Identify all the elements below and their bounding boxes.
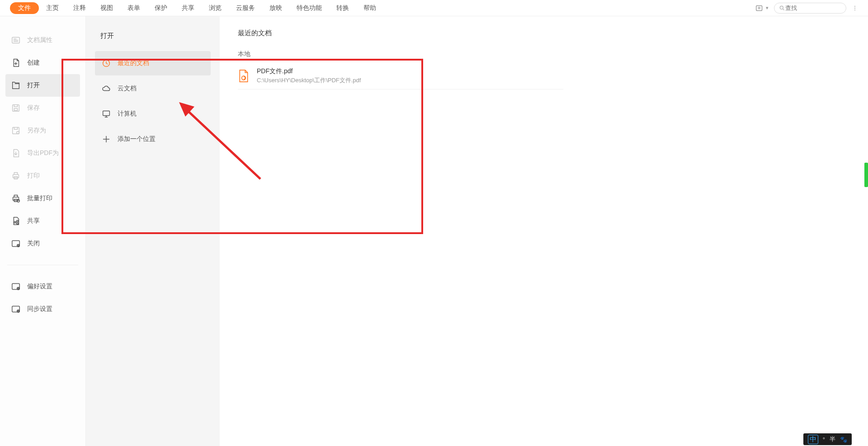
ime-dot-icon: °: [823, 436, 825, 443]
recent-doc-path: C:\Users\HY\Desktop\工作\PDF文件.pdf: [257, 76, 361, 85]
recent-doc-text: PDF文件.pdf C:\Users\HY\Desktop\工作\PDF文件.p…: [257, 67, 361, 85]
recent-docs-title: 最近的文档: [238, 29, 850, 38]
file-menu-label: 创建: [27, 59, 40, 67]
export-icon: [11, 148, 21, 158]
svg-point-5: [854, 9, 855, 10]
tab-共享[interactable]: 共享: [175, 2, 202, 14]
main-body: 文档属性创建打开保存另存为导出PDF为打印批量打印共享关闭 偏好设置同步设置 打…: [0, 16, 868, 446]
add-icon: [101, 134, 111, 144]
file-menu-label: 偏好设置: [27, 282, 52, 291]
tab-放映[interactable]: 放映: [262, 2, 289, 14]
tab-特色功能[interactable]: 特色功能: [289, 2, 329, 14]
open-sub-label: 最近的文档: [118, 59, 149, 67]
file-menu-label: 关闭: [27, 239, 40, 248]
file-menu-sidebar: 文档属性创建打开保存另存为导出PDF为打印批量打印共享关闭 偏好设置同步设置: [0, 16, 86, 446]
search-box[interactable]: [774, 3, 846, 14]
search-icon: [779, 5, 785, 11]
ime-status-bar[interactable]: 中 ° 半 🐾: [803, 433, 852, 445]
file-menu-label: 保存: [27, 104, 40, 112]
file-menu-创建[interactable]: 创建: [5, 52, 80, 74]
ime-half-width: 半: [830, 435, 835, 443]
file-menu-打开[interactable]: 打开: [5, 74, 80, 97]
open-sub-label: 云文档: [118, 85, 137, 93]
svg-line-2: [783, 9, 784, 10]
svg-rect-0: [756, 5, 762, 10]
open-sub-label: 添加一个位置: [118, 135, 156, 143]
tab-浏览[interactable]: 浏览: [202, 2, 229, 14]
file-menu-批量打印[interactable]: 批量打印: [5, 187, 80, 210]
tab-注释[interactable]: 注释: [66, 2, 93, 14]
top-tab-bar: 文件主页注释视图表单保护共享浏览云服务放映特色功能转换帮助 ▾: [0, 0, 868, 16]
file-menu-label: 共享: [27, 217, 40, 225]
open-sub-添加一个位置[interactable]: 添加一个位置: [95, 127, 211, 151]
file-menu-文档属性: 文档属性: [5, 29, 80, 52]
recent-doc-item[interactable]: PDF文件.pdf C:\Users\HY\Desktop\工作\PDF文件.p…: [238, 63, 563, 89]
batchprint-icon: [11, 193, 21, 203]
open-sub-计算机[interactable]: 计算机: [95, 102, 211, 126]
saveas-icon: [11, 126, 21, 136]
topbar-right: ▾: [755, 3, 865, 14]
recent-doc-name: PDF文件.pdf: [257, 67, 361, 75]
file-menu-保存: 保存: [5, 97, 80, 119]
file-menu-导出PDF为: 导出PDF为: [5, 142, 80, 164]
file-menu-打印: 打印: [5, 164, 80, 187]
print-icon: [11, 171, 21, 181]
tab-转换[interactable]: 转换: [329, 2, 356, 14]
open-submenu-title: 打开: [100, 32, 212, 40]
local-section-label: 本地: [238, 50, 850, 58]
view-mode-toggle-icon[interactable]: ▾: [755, 3, 769, 13]
file-menu-label: 打印: [27, 172, 40, 180]
share-icon: [11, 216, 21, 226]
svg-rect-8: [14, 108, 17, 111]
ime-paw-icon: 🐾: [840, 436, 847, 443]
svg-rect-23: [12, 306, 20, 312]
cloud-icon: [101, 84, 111, 94]
file-menu-另存为: 另存为: [5, 119, 80, 142]
more-menu-icon[interactable]: [852, 4, 858, 12]
search-input[interactable]: [785, 5, 835, 11]
tab-主页[interactable]: 主页: [39, 2, 66, 14]
open-sub-最近的文档[interactable]: 最近的文档: [95, 51, 211, 75]
file-menu-偏好设置[interactable]: 偏好设置: [5, 275, 80, 298]
ime-lang-indicator: 中: [808, 435, 818, 444]
properties-icon: [11, 35, 21, 45]
right-scroll-indicator: [864, 163, 868, 187]
svg-rect-9: [13, 127, 19, 134]
tab-视图[interactable]: 视图: [93, 2, 120, 14]
svg-point-10: [17, 131, 19, 134]
open-icon: [11, 80, 21, 90]
save-icon: [11, 103, 21, 113]
svg-point-3: [854, 5, 855, 6]
pdf-file-icon: [238, 69, 250, 83]
svg-point-4: [854, 8, 855, 9]
open-sub-label: 计算机: [118, 110, 137, 118]
svg-point-1: [780, 6, 783, 9]
pref-icon: [11, 282, 21, 291]
file-menu-label: 打开: [27, 81, 40, 89]
file-menu-label: 导出PDF为: [27, 149, 59, 157]
tab-保护[interactable]: 保护: [147, 2, 175, 14]
top-tabs: 文件主页注释视图表单保护共享浏览云服务放映特色功能转换帮助: [10, 2, 383, 14]
file-menu-label: 同步设置: [27, 305, 52, 313]
file-menu-label: 另存为: [27, 127, 46, 135]
open-sub-云文档[interactable]: 云文档: [95, 76, 211, 101]
computer-icon: [101, 109, 111, 119]
file-menu-共享[interactable]: 共享: [5, 210, 80, 232]
recent-docs-pane: 最近的文档 本地 PDF文件.pdf C:\Users\HY\Desktop\工…: [220, 16, 868, 446]
sync-icon: [11, 304, 21, 314]
tab-表单[interactable]: 表单: [120, 2, 147, 14]
svg-rect-11: [13, 174, 19, 178]
file-menu-label: 批量打印: [27, 194, 52, 202]
recent-icon: [101, 58, 111, 68]
open-submenu-sidebar: 打开 最近的文档云文档计算机添加一个位置: [86, 16, 220, 446]
file-menu-关闭[interactable]: 关闭: [5, 232, 80, 255]
file-menu-label: 文档属性: [27, 36, 52, 44]
file-menu-同步设置[interactable]: 同步设置: [5, 298, 80, 320]
create-icon: [11, 58, 21, 68]
svg-rect-26: [103, 111, 110, 116]
tab-文件[interactable]: 文件: [10, 2, 39, 14]
tab-帮助[interactable]: 帮助: [356, 2, 383, 14]
tab-云服务[interactable]: 云服务: [229, 2, 262, 14]
close-icon: [11, 239, 21, 249]
sidebar-divider: [7, 265, 78, 265]
